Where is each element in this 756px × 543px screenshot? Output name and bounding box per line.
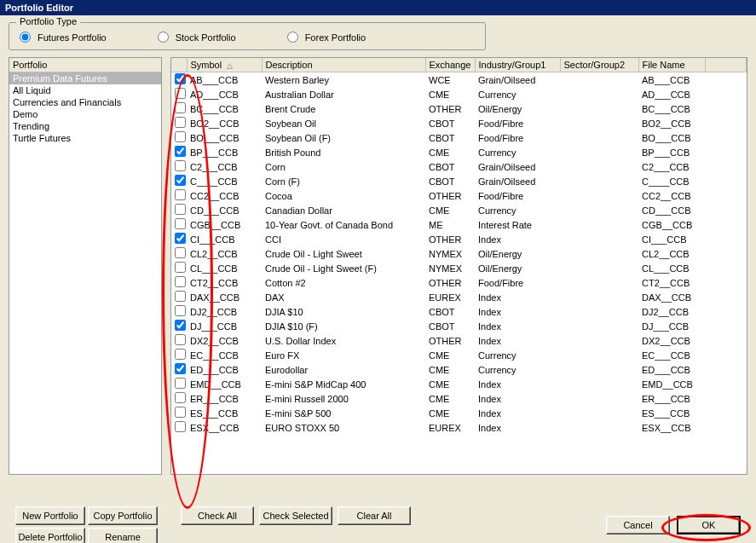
radio-input[interactable] [287, 32, 298, 43]
cell-filename: ESX__CCB [638, 420, 705, 435]
row-checkbox[interactable] [175, 73, 186, 84]
check-selected-button[interactable]: Check Selected [259, 506, 332, 525]
table-row[interactable]: AB___CCBWestern BarleyWCEGrain/OilseedAB… [171, 72, 747, 88]
cell-filename: CT2__CCB [638, 275, 705, 290]
table-row[interactable]: BC___CCBBrent CrudeOTHEROil/EnergyBC___C… [171, 101, 747, 116]
column-header[interactable]: Exchange [425, 58, 475, 72]
row-checkbox[interactable] [175, 218, 186, 229]
table-row[interactable]: EMD__CCBE-mini S&P MidCap 400CMEIndexEMD… [171, 377, 747, 391]
clear-all-button[interactable]: Clear All [338, 506, 411, 525]
delete-portfolio-button[interactable]: Delete Portfolio [15, 528, 85, 543]
table-row[interactable]: C____CCBCorn (F)CBOTGrain/OilseedC____CC… [171, 174, 747, 188]
table-row[interactable]: DX2__CCBU.S. Dollar IndexOTHERIndexDX2__… [171, 333, 747, 348]
check-all-button[interactable]: Check All [181, 506, 254, 525]
table-row[interactable]: DAX__CCBDAXEUREXIndexDAX__CCB [171, 290, 747, 304]
table-row[interactable]: DJ2__CCBDJIA $10CBOTIndexDJ2__CCB [171, 304, 747, 319]
cell-industry: Currency [475, 87, 560, 101]
cell-filename: ED___CCB [638, 362, 705, 377]
table-row[interactable]: BO2__CCBSoybean OilCBOTFood/FibreBO2__CC… [171, 116, 747, 130]
row-checkbox[interactable] [175, 160, 186, 171]
table-row[interactable]: CL2__CCBCrude Oil - Light SweetNYMEXOil/… [171, 246, 747, 261]
row-checkbox[interactable] [175, 363, 186, 374]
cell-symbol: ED___CCB [187, 362, 262, 377]
row-checkbox[interactable] [175, 131, 186, 142]
cell-spacer [705, 246, 747, 261]
row-checkbox[interactable] [175, 146, 186, 157]
portfolio-item[interactable]: All Liquid [9, 84, 161, 96]
portfolio-item[interactable]: Trending [9, 120, 161, 132]
cell-sector [560, 145, 638, 159]
cell-filename: CGB__CCB [638, 217, 705, 232]
portfolio-item[interactable]: Premium Data Futures [9, 72, 161, 84]
cell-symbol: DAX__CCB [187, 290, 262, 304]
row-checkbox[interactable] [175, 276, 186, 287]
rename-button[interactable]: Rename [88, 528, 158, 543]
cell-description: DJIA $10 (F) [262, 319, 425, 333]
table-row[interactable]: BP___CCBBritish PoundCMECurrencyBP___CCB [171, 145, 747, 159]
cell-filename: EMD__CCB [638, 377, 705, 391]
row-checkbox[interactable] [175, 349, 186, 360]
cell-sector [560, 188, 638, 203]
cell-sector [560, 333, 638, 348]
row-checkbox[interactable] [175, 392, 186, 403]
row-checkbox[interactable] [175, 189, 186, 200]
portfolio-type-radio[interactable]: Forex Portfolio [287, 32, 366, 43]
row-checkbox[interactable] [175, 262, 186, 273]
cell-industry: Grain/Oilseed [475, 174, 560, 188]
radio-input[interactable] [158, 32, 169, 43]
row-checkbox[interactable] [175, 102, 186, 113]
row-checkbox[interactable] [175, 247, 186, 258]
portfolio-item[interactable]: Currencies and Financials [9, 96, 161, 108]
radio-label: Futures Portfolio [38, 32, 107, 43]
table-row[interactable]: CD___CCBCanadian DollarCMECurrencyCD___C… [171, 203, 747, 217]
cell-symbol: DJ2__CCB [187, 304, 262, 319]
cell-spacer [705, 203, 747, 217]
column-header[interactable]: File Name [638, 58, 705, 72]
table-row[interactable]: C2___CCBCornCBOTGrain/OilseedC2___CCB [171, 159, 747, 174]
table-row[interactable]: ESX__CCBEURO STOXX 50EUREXIndexESX__CCB [171, 420, 747, 435]
row-checkbox[interactable] [175, 291, 186, 302]
copy-portfolio-button[interactable]: Copy Portfolio [88, 506, 158, 525]
new-portfolio-button[interactable]: New Portfolio [15, 506, 85, 525]
row-checkbox[interactable] [175, 204, 186, 215]
row-checkbox[interactable] [175, 421, 186, 432]
column-header-checkbox[interactable] [171, 58, 187, 72]
portfolio-type-radio[interactable]: Stock Portfolio [158, 32, 236, 43]
row-checkbox[interactable] [175, 320, 186, 331]
table-row[interactable]: CGB__CCB10-Year Govt. of Canada BondMEIn… [171, 217, 747, 232]
ok-button[interactable]: OK [677, 516, 741, 534]
table-row[interactable]: CC2__CCBCocoaOTHERFood/FibreCC2__CCB [171, 188, 747, 203]
table-row[interactable]: ER___CCBE-mini Russell 2000CMEIndexER___… [171, 391, 747, 406]
table-row[interactable]: DJ___CCBDJIA $10 (F)CBOTIndexDJ___CCB [171, 319, 747, 333]
radio-input[interactable] [20, 32, 31, 43]
table-row[interactable]: EC___CCBEuro FXCMECurrencyEC___CCB [171, 348, 747, 362]
row-checkbox[interactable] [175, 334, 186, 345]
cell-filename: BO___CCB [638, 130, 705, 145]
table-row[interactable]: CL___CCBCrude Oil - Light Sweet (F)NYMEX… [171, 261, 747, 275]
column-header[interactable]: Symbol△ [187, 58, 262, 72]
row-checkbox[interactable] [175, 233, 186, 244]
column-header[interactable]: Description [262, 58, 425, 72]
cancel-button[interactable]: Cancel [606, 516, 670, 534]
cell-filename: BC___CCB [638, 101, 705, 116]
row-checkbox[interactable] [175, 378, 186, 389]
table-row[interactable]: CT2__CCBCotton #2OTHERFood/FibreCT2__CCB [171, 275, 747, 290]
cell-industry: Oil/Energy [475, 261, 560, 275]
row-checkbox[interactable] [175, 407, 186, 418]
portfolio-type-radio[interactable]: Futures Portfolio [20, 32, 107, 43]
portfolio-item[interactable]: Turtle Futures [9, 132, 161, 144]
row-checkbox[interactable] [175, 305, 186, 316]
row-checkbox[interactable] [175, 88, 186, 99]
row-checkbox[interactable] [175, 117, 186, 128]
row-checkbox[interactable] [175, 175, 186, 186]
portfolio-item[interactable]: Demo [9, 108, 161, 120]
table-row[interactable]: ED___CCBEurodollarCMECurrencyED___CCB [171, 362, 747, 377]
cell-sector [560, 319, 638, 333]
column-header[interactable]: Industry/Group1 [475, 58, 560, 72]
column-header[interactable]: Sector/Group2 [560, 58, 638, 72]
table-row[interactable]: ES___CCBE-mini S&P 500CMEIndexES___CCB [171, 406, 747, 420]
table-row[interactable]: CI___CCBCCIOTHERIndexCI___CCB [171, 232, 747, 246]
cell-filename: ES___CCB [638, 406, 705, 420]
table-row[interactable]: BO___CCBSoybean Oil (F)CBOTFood/FibreBO_… [171, 130, 747, 145]
table-row[interactable]: AD___CCBAustralian DollarCMECurrencyAD__… [171, 87, 747, 101]
